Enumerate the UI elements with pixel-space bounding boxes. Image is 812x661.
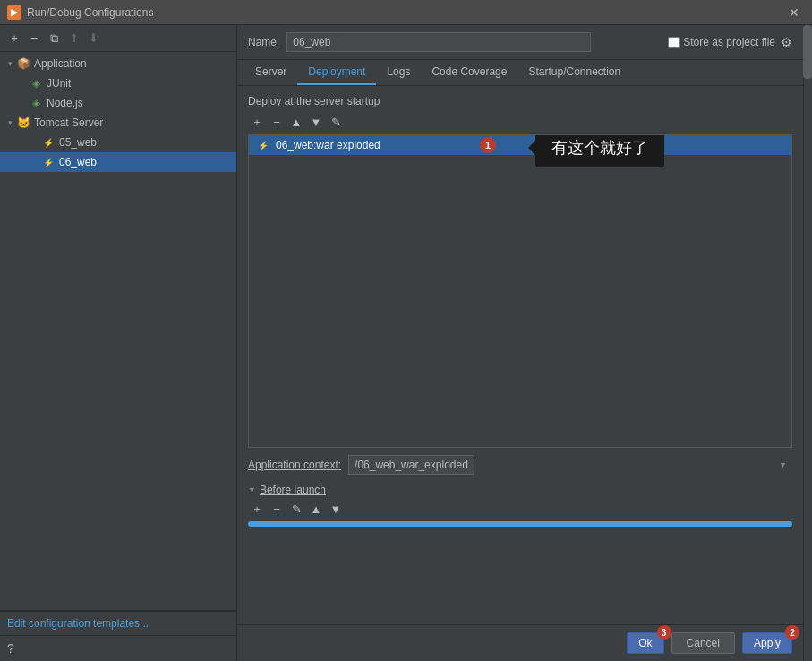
- cancel-button[interactable]: Cancel: [671, 632, 735, 654]
- artifact-item-name: 06_web:war exploded: [276, 139, 380, 151]
- apply-button-wrapper: Apply 2: [742, 632, 792, 654]
- edit-config-templates-link[interactable]: Edit configuration templates...: [0, 611, 236, 635]
- artifact-badge: 1: [480, 137, 496, 153]
- sidebar-item-application[interactable]: ▾ 📦 Application: [0, 54, 236, 73]
- move-up-config-button[interactable]: ⬆: [64, 30, 82, 47]
- ok-badge: 3: [657, 625, 671, 640]
- sidebar-item-06web[interactable]: ▸ ⚡ 06_web: [0, 152, 236, 172]
- name-input[interactable]: [286, 32, 591, 52]
- remove-config-button[interactable]: −: [25, 30, 43, 47]
- tab-server[interactable]: Server: [244, 60, 297, 85]
- add-artifact-button[interactable]: +: [248, 113, 266, 131]
- title-bar-title: Run/Debug Configurations: [27, 6, 783, 19]
- right-scrollbar-thumb: [803, 25, 812, 79]
- nodejs-icon: ◈: [29, 96, 43, 110]
- nodejs-label: Node.js: [47, 97, 83, 109]
- bottom-buttons-row: Ok 3 Cancel Apply 2: [237, 624, 803, 661]
- right-scrollbar[interactable]: [803, 25, 812, 661]
- help-button[interactable]: ?: [0, 635, 236, 661]
- artifact-item-icon: ⚡: [256, 138, 270, 152]
- main-container: + − ⧉ ⬆ ⬇ ▾ 📦 Application ▸ ◈ JUnit ▸ ◈: [0, 25, 812, 661]
- 05web-label: 05_web: [59, 136, 97, 149]
- tab-deployment[interactable]: Deployment: [297, 60, 376, 85]
- remove-before-launch-button[interactable]: −: [268, 500, 286, 518]
- junit-label: JUnit: [47, 77, 71, 90]
- move-down-config-button[interactable]: ⬇: [84, 30, 102, 47]
- artifact-toolbar: + − ▲ ▼ ✎: [248, 113, 792, 131]
- app-context-select[interactable]: /06_web_war_exploded /: [348, 455, 474, 475]
- junit-icon: ◈: [29, 76, 43, 90]
- deploy-section-label: Deploy at the server startup: [248, 95, 792, 107]
- tomcat-arrow: ▾: [4, 116, 16, 129]
- artifact-item-06web[interactable]: ⚡ 06_web:war exploded 1 有这个就好了: [249, 135, 791, 155]
- name-row: Name: Store as project file ⚙: [237, 25, 803, 60]
- tabs-row: Server Deployment Logs Code Coverage Sta…: [237, 60, 803, 86]
- name-label: Name:: [248, 36, 279, 48]
- sidebar-bottom: Edit configuration templates... ?: [0, 610, 236, 661]
- application-label: Application: [34, 57, 87, 70]
- apply-button[interactable]: Apply: [742, 632, 792, 654]
- sidebar-item-05web[interactable]: ▸ ⚡ 05_web: [0, 133, 236, 152]
- app-context-select-wrapper: /06_web_war_exploded /: [348, 455, 792, 475]
- copy-config-button[interactable]: ⧉: [45, 30, 63, 47]
- sidebar-item-nodejs[interactable]: ▸ ◈ Node.js: [0, 93, 236, 113]
- sidebar-tree: ▾ 📦 Application ▸ ◈ JUnit ▸ ◈ Node.js ▾ …: [0, 52, 236, 610]
- ok-button-wrapper: Ok 3: [627, 632, 663, 654]
- before-launch-arrow[interactable]: ▼: [248, 485, 256, 494]
- add-config-button[interactable]: +: [5, 30, 23, 47]
- title-bar: ▶ Run/Debug Configurations ✕: [0, 0, 812, 25]
- before-launch-header: ▼ Before launch: [248, 484, 792, 496]
- application-arrow: ▾: [4, 57, 16, 70]
- sidebar: + − ⧉ ⬆ ⬇ ▾ 📦 Application ▸ ◈ JUnit ▸ ◈: [0, 25, 237, 661]
- tomcat-label: Tomcat Server: [34, 116, 103, 129]
- before-launch-section: ▼ Before launch + − ✎ ▲ ▼: [248, 484, 792, 527]
- tab-logs[interactable]: Logs: [376, 60, 421, 85]
- up-before-launch-button[interactable]: ▲: [307, 500, 325, 518]
- move-up-artifact-button[interactable]: ▲: [287, 113, 305, 131]
- sidebar-item-tomcat[interactable]: ▾ 🐱 Tomcat Server: [0, 113, 236, 133]
- before-launch-scrollbar: [248, 521, 792, 527]
- sidebar-toolbar: + − ⧉ ⬆ ⬇: [0, 25, 236, 52]
- tooltip-balloon: 有这个就好了: [535, 134, 664, 167]
- remove-artifact-button[interactable]: −: [268, 113, 286, 131]
- 05web-icon: ⚡: [41, 135, 56, 150]
- tab-code-coverage[interactable]: Code Coverage: [421, 60, 517, 85]
- deployment-content: Deploy at the server startup + − ▲ ▼ ✎ ⚡…: [237, 86, 803, 624]
- tomcat-icon: 🐱: [16, 116, 30, 130]
- app-context-label: Application context:: [248, 459, 341, 471]
- before-launch-label: Before launch: [260, 484, 326, 496]
- before-launch-toolbar: + − ✎ ▲ ▼: [248, 500, 792, 518]
- close-button[interactable]: ✕: [783, 4, 805, 21]
- app-context-row: Application context: /06_web_war_explode…: [248, 455, 792, 475]
- 06web-icon: ⚡: [41, 155, 56, 169]
- store-project-checkbox[interactable]: [668, 37, 680, 48]
- title-bar-icon: ▶: [7, 5, 21, 20]
- down-before-launch-button[interactable]: ▼: [327, 500, 345, 518]
- move-down-artifact-button[interactable]: ▼: [307, 113, 325, 131]
- store-project-text: Store as project file: [683, 36, 775, 48]
- store-project-label: Store as project file ⚙: [668, 35, 792, 49]
- tab-startup-connection[interactable]: Startup/Connection: [517, 60, 631, 85]
- artifact-list: ⚡ 06_web:war exploded 1 有这个就好了: [248, 134, 792, 448]
- sidebar-item-junit[interactable]: ▸ ◈ JUnit: [0, 73, 236, 93]
- apply-badge: 2: [785, 625, 799, 640]
- add-before-launch-button[interactable]: +: [248, 500, 266, 518]
- edit-artifact-button[interactable]: ✎: [327, 113, 345, 131]
- 06web-label: 06_web: [59, 156, 97, 168]
- right-panel: Name: Store as project file ⚙ Server Dep…: [237, 25, 803, 661]
- edit-before-launch-button[interactable]: ✎: [287, 500, 305, 518]
- application-icon: 📦: [16, 56, 30, 71]
- gear-icon[interactable]: ⚙: [781, 35, 792, 49]
